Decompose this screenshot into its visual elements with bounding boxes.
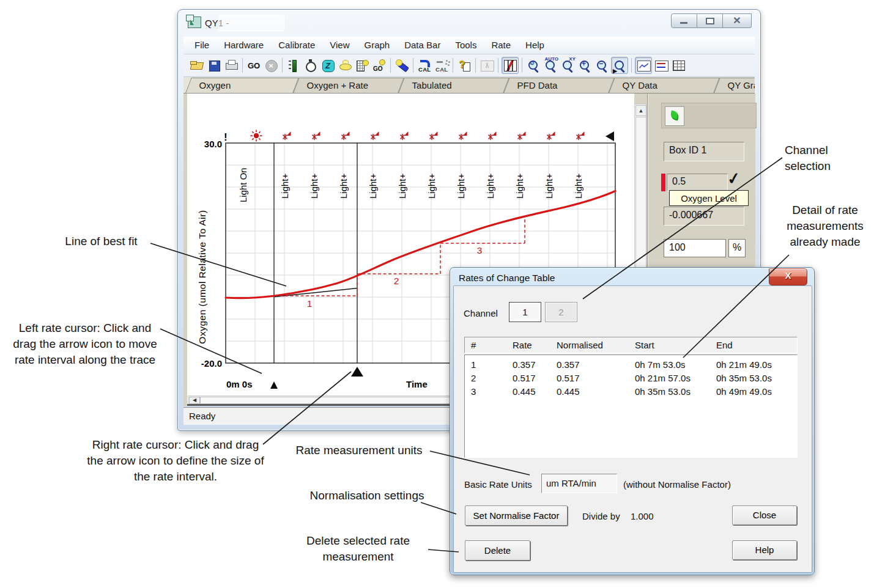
annotation-rate-units: Rate measurement units xyxy=(289,443,429,458)
close-window-button[interactable] xyxy=(723,13,752,28)
light-step-icon xyxy=(371,131,379,140)
lamp-go-icon[interactable]: GO xyxy=(371,57,387,73)
tab-label: Oxygen + Rate xyxy=(297,78,401,90)
minimize-button[interactable] xyxy=(671,13,697,28)
percent-field[interactable]: 100 xyxy=(664,239,726,257)
set-normalise-factor-button[interactable]: Set Normalise Factor xyxy=(465,505,568,526)
title-bar[interactable]: QY1 - xyxy=(178,10,760,37)
table-row[interactable]: 20.5170.5170h 21m 57.0s0h 35m 53.0s xyxy=(465,371,797,384)
tab-pfd-data[interactable]: PFD Data xyxy=(503,78,615,93)
menu-hardware[interactable]: Hardware xyxy=(217,37,271,54)
menu-file[interactable]: File xyxy=(187,37,217,54)
zoom-out-icon[interactable]: − xyxy=(594,57,610,73)
restore-button[interactable] xyxy=(697,13,723,28)
dialog-close-button[interactable] xyxy=(769,268,807,285)
annotation-channel-selection: Channel selection xyxy=(785,142,864,174)
tab-oxygen[interactable]: Oxygen xyxy=(185,78,299,93)
light-plus-label: Light+ xyxy=(280,173,290,199)
graph-off-icon[interactable] xyxy=(479,57,495,73)
zoom-xy-icon[interactable]: XY xyxy=(560,57,576,73)
scroll-left-icon[interactable]: ◀ xyxy=(189,397,200,404)
go-icon[interactable]: GO xyxy=(246,57,262,73)
event-marker-row xyxy=(251,130,585,142)
cal-icon[interactable]: CAL xyxy=(417,57,432,73)
left-rate-cursor-handle[interactable] xyxy=(270,381,278,389)
right-rate-cursor-handle[interactable] xyxy=(351,367,363,377)
table-cell: 0h 35m 53.0s xyxy=(635,386,716,397)
percent-unit-label: % xyxy=(728,239,746,257)
channel-active-button[interactable] xyxy=(665,106,684,126)
tab-oxygen-rate[interactable]: Oxygen + Rate xyxy=(293,78,404,93)
rate-cursors-icon[interactable] xyxy=(502,57,519,74)
menu-graph[interactable]: Graph xyxy=(357,37,397,54)
tab-qy-data[interactable]: QY Data xyxy=(609,78,720,93)
table-row[interactable]: 30.4450.4450h 35m 53.0s0h 49m 49.0s xyxy=(465,384,797,398)
channel-2-button[interactable]: 2 xyxy=(545,302,577,322)
zoom-xy-icon-label: XY xyxy=(569,56,576,62)
table-cell: 1 xyxy=(471,359,513,370)
toolbar: GO×ZGOCALCAL?⊙AUTOXY+−▶ xyxy=(183,54,755,77)
light-step-icon xyxy=(401,131,409,140)
y-tick-min: -20.0 xyxy=(201,358,222,369)
open-icon[interactable] xyxy=(189,57,205,73)
table-row[interactable]: 10.3570.3570h 7m 53.0s0h 21m 49.0s xyxy=(465,358,797,371)
filename-slot xyxy=(218,15,284,31)
light-step-icon xyxy=(489,131,497,140)
graph-line-icon[interactable] xyxy=(635,57,652,74)
zoom-in-icon[interactable]: + xyxy=(577,57,593,73)
window-controls xyxy=(671,13,752,28)
print-icon[interactable] xyxy=(223,57,239,73)
stopwatch-icon[interactable] xyxy=(303,57,319,73)
channel-1-button[interactable]: 1 xyxy=(509,302,541,322)
menu-rate[interactable]: Rate xyxy=(484,37,518,54)
rates-table-body[interactable]: 10.3570.3570h 7m 53.0s0h 21m 49.0s20.517… xyxy=(464,355,798,458)
light-plus-label: Light+ xyxy=(573,173,583,199)
tab-qy-graph[interactable]: QY Graph xyxy=(714,78,755,93)
menu-help[interactable]: Help xyxy=(518,37,552,54)
toolbar-separator xyxy=(390,58,391,73)
stop-icon[interactable]: × xyxy=(263,57,279,73)
check-icon xyxy=(727,169,747,189)
rate-units-field[interactable]: um RTA/min xyxy=(541,474,617,493)
delete-button[interactable]: Delete xyxy=(465,540,530,560)
menu-calibrate[interactable]: Calibrate xyxy=(271,37,322,54)
zoom-time-icon-label: ⊙ xyxy=(530,60,535,66)
graph-dual-icon[interactable] xyxy=(653,57,669,73)
menu-data-bar[interactable]: Data Bar xyxy=(397,37,448,54)
tab-bar: OxygenOxygen + RateTabulatedPFD DataQY D… xyxy=(183,77,755,94)
zoom-time-icon[interactable]: ⊙ xyxy=(525,57,541,73)
menu-view[interactable]: View xyxy=(322,37,357,54)
rate-interval-label: 2 xyxy=(394,276,399,286)
slope-field[interactable]: -0.000667 xyxy=(664,207,744,226)
close-button[interactable]: Close xyxy=(732,505,797,525)
help-file-icon[interactable]: ? xyxy=(456,57,472,73)
column-rate: Rate xyxy=(513,340,557,350)
divide-by-label: Divide by xyxy=(582,511,620,521)
tab-tabulated[interactable]: Tabulated xyxy=(398,78,509,93)
light-on-label: Light On xyxy=(238,167,248,202)
help-button[interactable]: Help xyxy=(732,540,797,560)
table-cell: 0h 49m 49.0s xyxy=(716,386,797,397)
menu-tools[interactable]: Tools xyxy=(448,37,484,54)
zoom-auto-icon[interactable]: AUTO xyxy=(542,57,558,73)
column-normalised: Normalised xyxy=(557,340,635,350)
zoom-mode-icon[interactable]: ▶ xyxy=(611,57,628,74)
levels-icon[interactable] xyxy=(286,57,302,73)
light-step-icon xyxy=(283,131,291,140)
toolbar-separator xyxy=(475,58,476,73)
cal-setup-icon[interactable]: CAL xyxy=(434,57,450,73)
torch-icon[interactable] xyxy=(394,57,410,73)
scroll-up-icon[interactable]: ▲ xyxy=(635,105,646,116)
save-icon[interactable] xyxy=(206,57,222,73)
annotation-left-rate-cursor: Left rate cursor: Click and drag the arr… xyxy=(9,320,161,368)
basic-rate-units-label: Basic Rate Units xyxy=(464,479,532,490)
box-id-field[interactable]: Box ID 1 xyxy=(664,142,744,161)
zero-icon[interactable]: Z xyxy=(320,57,336,73)
lamp-icon[interactable] xyxy=(337,57,353,73)
oxygen-level-field[interactable]: 0.5 xyxy=(667,174,728,191)
data-table-icon[interactable] xyxy=(670,57,686,73)
table-cell: 0.445 xyxy=(513,386,557,397)
lamp-grid-icon[interactable] xyxy=(354,57,370,73)
light-plus-label: Light+ xyxy=(426,173,437,199)
help-file-icon-label: ? xyxy=(459,59,465,71)
